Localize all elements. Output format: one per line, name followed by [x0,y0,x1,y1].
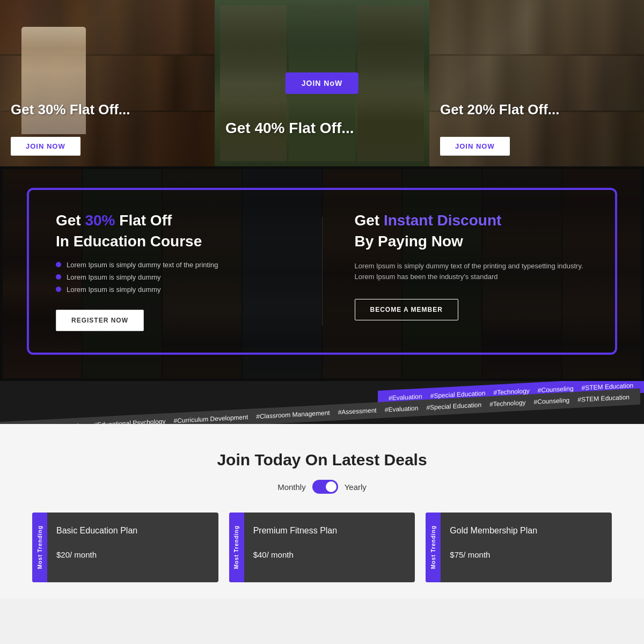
trending-badge-2: Most Trending [229,513,244,582]
trending-label-1: Most Trending [37,525,43,569]
member-btn[interactable]: BECOME A MEMBER [355,299,458,320]
plan-name-1: Basic Education Plan [56,526,205,536]
promo-right-subtitle: By Paying Now [355,233,589,250]
promo-list-item-2: Lorem Ipsum is simply dummy [56,273,290,281]
promo-box: Get 30% Flat Off In Education Course Lor… [27,188,617,355]
promo-right-title: Get Instant Discount [355,211,589,230]
plan-price-period-3: month [466,550,491,559]
plan-price-3: $75/ month [450,542,598,562]
tag-2-7: #Special Education [426,401,481,411]
promo-list-item-3: Lorem Ipsum is simply dummy [56,286,290,294]
banner-1-join-btn[interactable]: JOIN NOW [11,137,80,156]
bullet-1 [56,262,61,267]
promo-right-accent: Instant Discount [384,212,501,229]
plan-price-value-2: $40/ [253,550,269,559]
banner-3-content: Get 20% Flat Off... JOIN NOW [429,91,644,166]
banner-1-content: Get 30% Flat Off... JOIN NOW [0,91,215,166]
banner-2-text: Get 40% Flat Off... [225,120,419,137]
card-content-2: Premium Fitness Plan $40/ month [243,526,402,562]
banner-1: Get 30% Flat Off... JOIN NOW [0,0,215,166]
promo-right-title-start: Get [355,212,384,229]
tag-2-6: #Evaluation [385,404,419,413]
card-content-1: Basic Education Plan $20/ month [46,526,205,562]
banners-section: Get 30% Flat Off... JOIN NOW JOIN NoW Ge… [0,0,644,166]
toggle-knob [326,481,336,492]
tag-2-3: #Curriculum Development [174,413,248,424]
billing-yearly: Yearly [345,482,367,492]
promo-left-accent: 30% [85,212,115,229]
billing-toggle: Monthly Yearly [32,480,612,494]
tags-row-2: #Introduction to Education #Educational … [0,389,640,424]
card-content-3: Gold Membership Plan $75/ month [439,526,598,562]
tag-2-1: #Introduction to Education [11,422,85,424]
plan-price-2: $40/ month [253,542,402,562]
bullet-3 [56,287,61,292]
trending-badge-3: Most Trending [426,513,441,582]
promo-divider [322,217,323,326]
trending-label-3: Most Trending [430,525,436,569]
promo-right: Get Instant Discount By Paying Now Lorem… [355,211,589,331]
promo-list: Lorem Ipsum is simply dummy text of the … [56,261,290,294]
tag-2-10: #STEM Education [577,393,630,404]
banner-3-text: Get 20% Flat Off... [440,101,633,118]
bullet-2 [56,274,61,280]
pricing-card-3: Most Trending Gold Membership Plan $75/ … [426,513,612,582]
tags-section: #Evaluation #Special Education #Technolo… [0,381,644,424]
pricing-card-2: Most Trending Premium Fitness Plan $40/ … [229,513,415,582]
pricing-card-1: Most Trending Basic Education Plan $20/ … [32,513,218,582]
pricing-title: Join Today On Latest Deals [32,451,612,469]
plan-price-value-1: $20/ [56,550,72,559]
trending-label-2: Most Trending [233,525,239,569]
pricing-cards: Most Trending Basic Education Plan $20/ … [32,513,612,582]
pricing-section: Join Today On Latest Deals Monthly Yearl… [0,424,644,598]
trending-badge-1: Most Trending [32,513,47,582]
plan-name-2: Premium Fitness Plan [253,526,402,536]
register-btn[interactable]: REGISTER NOW [56,310,144,331]
banner-1-text: Get 30% Flat Off... [11,101,204,118]
plan-price-period-1: month [72,550,97,559]
plan-price-value-3: $75/ [450,550,465,559]
banner-3-join-btn[interactable]: JOIN NOW [440,137,510,156]
tag-2-9: #Counseling [534,397,570,406]
billing-switch[interactable] [312,480,338,494]
promo-left-title: Get 30% Flat Off [56,211,290,230]
promo-section: Get 30% Flat Off In Education Course Lor… [0,166,644,381]
promo-left-subtitle: In Education Course [56,233,290,250]
plan-price-1: $20/ month [56,542,205,562]
promo-left: Get 30% Flat Off In Education Course Lor… [56,211,290,331]
tag-2-5: #Assessment [338,406,377,416]
plan-name-3: Gold Membership Plan [450,526,598,536]
tag-2-8: #Technology [489,399,525,408]
promo-left-title-end: Flat Off [115,212,172,229]
billing-monthly: Monthly [277,482,306,492]
tag-2-2: #Educational Psychology [93,418,165,424]
plan-price-period-2: month [269,550,294,559]
banner-2-join-btn[interactable]: JOIN NoW [286,72,358,94]
banner-2-content: Get 40% Flat Off... [215,109,429,153]
promo-left-title-start: Get [56,212,85,229]
tag-2-4: #Classroom Management [256,409,330,420]
promo-right-desc: Lorem Ipsum is simply dummy text of the … [355,261,589,283]
banner-3: Get 20% Flat Off... JOIN NOW [429,0,644,166]
banner-2: JOIN NoW Get 40% Flat Off... [215,0,429,166]
promo-list-item-1: Lorem Ipsum is simply dummy text of the … [56,261,290,269]
